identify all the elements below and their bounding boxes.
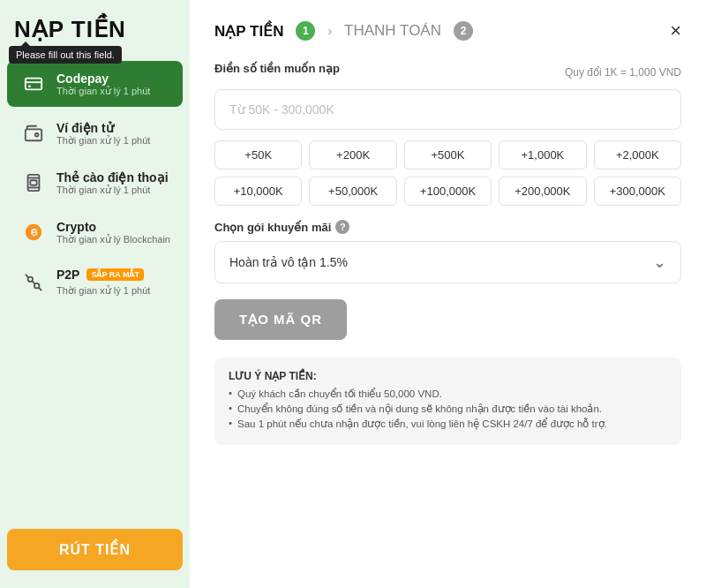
step2-badge: 2 <box>454 21 473 41</box>
create-qr-button[interactable]: TẠO MÃ QR <box>214 299 347 340</box>
promo-label: Chọn gói khuyến mãi ? <box>214 220 681 234</box>
crypto-label: Crypto <box>56 220 170 234</box>
p2p-sub: Thời gian xử lý 1 phút <box>56 285 170 297</box>
withdraw-button[interactable]: RÚT TIỀN <box>7 529 183 570</box>
promo-select[interactable]: Hoàn trả vô tận 1.5% ⌄ <box>214 241 681 283</box>
step2-label: THANH TOÁN <box>344 22 441 40</box>
crypto-sub: Thời gian xử lý Blockchain <box>56 234 170 245</box>
modal-header: NẠP TIỀN 1 › THANH TOÁN 2 × <box>214 21 681 41</box>
quick-btn-0[interactable]: +50K <box>214 140 302 170</box>
vi-dien-tu-text: Ví điện tử Thời gian xử lý 1 phút <box>56 121 150 147</box>
note-item-0: Quý khách cần chuyển tối thiểu 50,000 VN… <box>229 388 667 400</box>
tooltip-bubble: Please fill out this field. <box>9 46 122 64</box>
sidebar-item-the-cao[interactable]: Thẻ cào điện thoại Thời gian xử lý 1 phú… <box>7 160 183 206</box>
crypto-icon <box>19 218 48 246</box>
sidebar: NẠP TIỀN Please fill out this field. Cod… <box>0 0 190 588</box>
p2p-text: P2P SẮP RA MẮT Thời gian xử lý 1 phút <box>56 268 170 297</box>
vi-dien-tu-sub: Thời gian xử lý 1 phút <box>56 135 150 147</box>
quick-btn-6[interactable]: +50,000K <box>309 177 396 206</box>
promo-select-value: Hoàn trả vô tận 1.5% <box>229 255 653 269</box>
codepay-icon <box>19 70 48 98</box>
quick-btn-1[interactable]: +200K <box>309 140 396 170</box>
the-cao-label: Thẻ cào điện thoại <box>56 170 169 185</box>
quick-btn-4[interactable]: +2,000K <box>594 140 681 170</box>
amount-input[interactable] <box>214 89 681 130</box>
quick-btn-9[interactable]: +300,000K <box>594 177 681 206</box>
quick-btn-7[interactable]: +100,000K <box>404 177 492 206</box>
crypto-text: Crypto Thời gian xử lý Blockchain <box>56 220 170 245</box>
sidebar-item-crypto[interactable]: Crypto Thời gian xử lý Blockchain <box>7 209 183 255</box>
quick-btn-3[interactable]: +1,000K <box>499 140 586 170</box>
exchange-note: Quy đổi 1K = 1,000 VND <box>565 66 681 79</box>
svg-rect-8 <box>30 180 36 185</box>
main-content: NẠP TIỀN 1 › THANH TOÁN 2 × Điền số tiền… <box>190 0 706 588</box>
svg-point-10 <box>34 283 39 288</box>
step1-label: NẠP TIỀN <box>214 22 283 41</box>
step-arrow: › <box>327 24 332 38</box>
svg-point-2 <box>28 85 31 87</box>
promo-section: Chọn gói khuyến mãi ? Hoàn trả vô tận 1.… <box>214 220 681 283</box>
the-cao-text: Thẻ cào điện thoại Thời gian xử lý 1 phú… <box>56 170 169 196</box>
sidebar-item-p2p[interactable]: P2P SẮP RA MẮT Thời gian xử lý 1 phút <box>7 259 183 305</box>
note-item-2: Sau 1 phút nếu chưa nhận được tiền, vui … <box>229 418 667 430</box>
sidebar-item-vi-dien-tu[interactable]: Ví điện tử Thời gian xử lý 1 phút <box>7 110 183 156</box>
quick-btn-8[interactable]: +200,000K <box>499 177 586 206</box>
step1-badge: 1 <box>296 21 315 41</box>
help-icon[interactable]: ? <box>335 220 349 234</box>
the-cao-sub: Thời gian xử lý 1 phút <box>56 185 169 196</box>
note-box: LƯU Ý NẠP TIỀN: Quý khách cần chuyển tối… <box>214 358 681 445</box>
quick-amounts-grid: +50K +200K +500K +1,000K +2,000K +10,000… <box>214 140 681 206</box>
sidebar-item-codepay[interactable]: Codepay Thời gian xử lý 1 phút <box>7 61 183 107</box>
note-item-1: Chuyển không đúng số tiền và nội dung sẽ… <box>229 403 667 415</box>
sidebar-menu: Codepay Thời gian xử lý 1 phút Ví điện t… <box>0 52 190 518</box>
codepay-text: Codepay Thời gian xử lý 1 phút <box>56 72 150 97</box>
vi-dien-tu-icon <box>19 119 48 147</box>
sidebar-title: NẠP TIỀN <box>14 16 176 43</box>
quick-btn-5[interactable]: +10,000K <box>214 177 302 206</box>
p2p-soon-badge: SẮP RA MẮT <box>86 268 144 281</box>
vi-dien-tu-label: Ví điện tử <box>56 121 150 135</box>
close-button[interactable]: × <box>670 21 681 41</box>
quick-btn-2[interactable]: +500K <box>404 140 492 170</box>
promo-label-text: Chọn gói khuyến mãi <box>214 221 331 234</box>
note-title: LƯU Ý NẠP TIỀN: <box>229 370 667 382</box>
svg-point-9 <box>28 276 33 282</box>
the-cao-icon <box>19 169 48 197</box>
sidebar-title-area: NẠP TIỀN Please fill out this field. <box>0 0 190 52</box>
p2p-label: P2P <box>56 268 79 282</box>
chevron-down-icon: ⌄ <box>653 253 666 272</box>
amount-section-label: Điền số tiền muốn nạp <box>214 62 340 75</box>
amount-section-header: Điền số tiền muốn nạp Quy đổi 1K = 1,000… <box>214 62 681 82</box>
p2p-icon <box>19 268 48 297</box>
svg-point-4 <box>35 133 39 137</box>
sidebar-footer: RÚT TIỀN <box>0 518 190 588</box>
svg-rect-0 <box>26 79 41 90</box>
codepay-label: Codepay <box>56 72 150 86</box>
codepay-sub: Thời gian xử lý 1 phút <box>56 86 150 97</box>
